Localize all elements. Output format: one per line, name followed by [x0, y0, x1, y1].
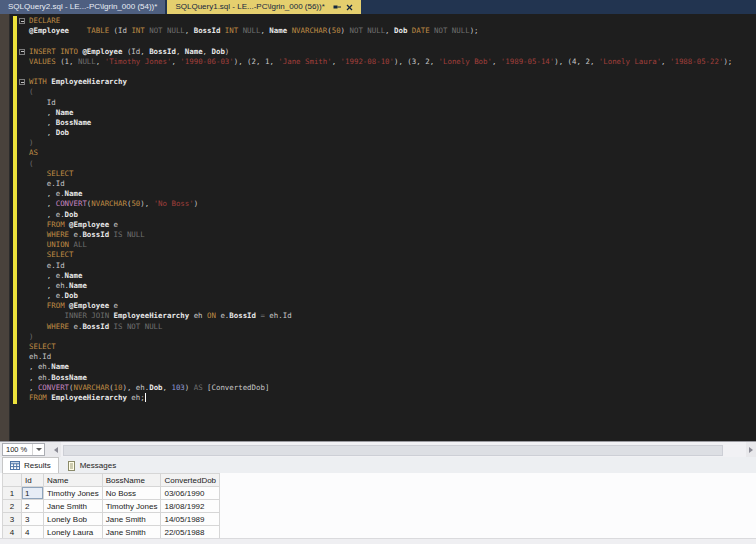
- column-header[interactable]: Name: [44, 474, 103, 487]
- column-header[interactable]: BossName: [102, 474, 161, 487]
- code-line[interactable]: DECLARE: [0, 16, 756, 26]
- code-line[interactable]: FROM EmployeeHierarchy eh;: [0, 393, 756, 403]
- code-line[interactable]: , CONVERT(NVARCHAR(10), eh.Dob, 103) AS …: [0, 383, 756, 393]
- fold-collapse-icon[interactable]: [19, 79, 25, 85]
- table-row: 33Lonely BobJane Smith14/05/1989: [3, 513, 220, 526]
- fold-collapse-icon[interactable]: [19, 18, 25, 24]
- tab-label: Messages: [80, 461, 116, 470]
- grid-cell[interactable]: 1: [22, 487, 44, 500]
- code-line[interactable]: ): [0, 138, 756, 148]
- pin-icon[interactable]: [333, 3, 341, 11]
- code-line[interactable]: FROM @Employee e: [0, 220, 756, 230]
- row-header[interactable]: 1: [3, 487, 22, 500]
- grid-cell[interactable]: 4: [22, 526, 44, 539]
- grid-cell[interactable]: 2: [22, 500, 44, 513]
- tab-sqlquery2[interactable]: SQLQuery2.sql - LE...-PC\lgrin_000 (54))…: [0, 0, 165, 14]
- code-line[interactable]: , eh.Name: [0, 362, 756, 372]
- code-line[interactable]: , eh.BossName: [0, 373, 756, 383]
- pane-bottom-strip: [0, 538, 756, 544]
- column-header[interactable]: ConvertedDob: [161, 474, 220, 487]
- results-grid-area: IdNameBossNameConvertedDob 11Timothy Jon…: [0, 473, 756, 544]
- tab-messages[interactable]: Messages: [59, 457, 124, 473]
- grid-cell[interactable]: Lonely Laura: [44, 526, 103, 539]
- code-line[interactable]: WHERE e.BossId IS NOT NULL: [0, 322, 756, 332]
- code-line[interactable]: [0, 36, 756, 46]
- code-line[interactable]: WITH EmployeeHierarchy: [0, 77, 756, 87]
- code-line[interactable]: WHERE e.BossId IS NULL: [0, 230, 756, 240]
- grid-cell[interactable]: 14/05/1989: [161, 513, 220, 526]
- code-line[interactable]: (: [0, 87, 756, 97]
- close-icon[interactable]: [346, 4, 353, 11]
- code-line[interactable]: INNER JOIN EmployeeHierarchy eh ON e.Bos…: [0, 311, 756, 321]
- code-line[interactable]: , e.Name: [0, 271, 756, 281]
- row-header[interactable]: 3: [3, 513, 22, 526]
- grid-cell[interactable]: Jane Smith: [102, 513, 161, 526]
- grid-cell[interactable]: Timothy Jones: [44, 487, 103, 500]
- code-line[interactable]: , Dob: [0, 128, 756, 138]
- grid-cell[interactable]: Jane Smith: [102, 526, 161, 539]
- code-editor-lines: DECLARE@Employee TABLE (Id INT NOT NULL,…: [0, 16, 756, 403]
- grid-cell[interactable]: 18/08/1992: [161, 500, 220, 513]
- code-line[interactable]: , Name: [0, 108, 756, 118]
- tab-label: SQLQuery2.sql - LE...-PC\lgrin_000 (54))…: [8, 0, 157, 14]
- scrollbar-thumb[interactable]: [63, 445, 723, 456]
- code-line[interactable]: e.Id: [0, 179, 756, 189]
- tab-label: Results: [24, 461, 51, 470]
- code-line[interactable]: , eh.Name: [0, 281, 756, 291]
- results-tab-bar: Results Messages: [0, 457, 756, 473]
- grid-cell[interactable]: Timothy Jones: [102, 500, 161, 513]
- code-line[interactable]: , e.Name: [0, 189, 756, 199]
- grid-cell[interactable]: 22/05/1988: [161, 526, 220, 539]
- code-line[interactable]: (: [0, 159, 756, 169]
- row-header[interactable]: 4: [3, 526, 22, 539]
- code-line[interactable]: SELECT: [0, 169, 756, 179]
- grid-cell[interactable]: 03/06/1990: [161, 487, 220, 500]
- grid-header-row: IdNameBossNameConvertedDob: [3, 474, 220, 487]
- row-header[interactable]: 2: [3, 500, 22, 513]
- grid-cell[interactable]: 3: [22, 513, 44, 526]
- code-line[interactable]: [0, 67, 756, 77]
- column-header[interactable]: Id: [22, 474, 44, 487]
- code-line[interactable]: SELECT: [0, 250, 756, 260]
- editor-bottom-bar: 100 %: [0, 441, 756, 457]
- results-grid-icon: [10, 461, 20, 470]
- code-line[interactable]: AS: [0, 148, 756, 158]
- code-line[interactable]: FROM @Employee e: [0, 301, 756, 311]
- document-tab-strip: SQLQuery2.sql - LE...-PC\lgrin_000 (54))…: [0, 0, 756, 14]
- fold-collapse-icon[interactable]: [19, 49, 25, 55]
- grid-cell[interactable]: Jane Smith: [44, 500, 103, 513]
- tab-label: SQLQuery1.sql - LE...-PC\lgrin_000 (56))…: [175, 0, 324, 14]
- horizontal-scrollbar[interactable]: [51, 442, 756, 457]
- sql-editor[interactable]: DECLARE@Employee TABLE (Id INT NOT NULL,…: [0, 14, 756, 441]
- tab-sqlquery1[interactable]: SQLQuery1.sql - LE...-PC\lgrin_000 (56))…: [167, 0, 360, 14]
- code-line[interactable]: eh.Id: [0, 352, 756, 362]
- table-row: 44Lonely LauraJane Smith22/05/1988: [3, 526, 220, 539]
- code-line[interactable]: @Employee TABLE (Id INT NOT NULL, BossId…: [0, 26, 756, 36]
- messages-icon: [67, 461, 76, 471]
- tab-results[interactable]: Results: [2, 457, 59, 473]
- code-line[interactable]: , CONVERT(NVARCHAR(50), 'No Boss'): [0, 199, 756, 209]
- code-line[interactable]: SELECT: [0, 342, 756, 352]
- zoom-level-combo[interactable]: 100 %: [2, 443, 45, 456]
- scroll-right-icon[interactable]: [746, 442, 756, 457]
- scrollbar-track[interactable]: [61, 442, 746, 457]
- chevron-down-icon[interactable]: [32, 444, 44, 455]
- code-line[interactable]: Id: [0, 98, 756, 108]
- code-line[interactable]: , e.Dob: [0, 210, 756, 220]
- code-line[interactable]: , BossName: [0, 118, 756, 128]
- code-line[interactable]: ): [0, 332, 756, 342]
- code-line[interactable]: e.Id: [0, 261, 756, 271]
- code-line[interactable]: VALUES (1, NULL, 'Timothy Jones', '1990-…: [0, 57, 756, 67]
- table-row: 22Jane SmithTimothy Jones18/08/1992: [3, 500, 220, 513]
- code-line[interactable]: , e.Dob: [0, 291, 756, 301]
- table-row: 11Timothy JonesNo Boss03/06/1990: [3, 487, 220, 500]
- code-line[interactable]: INSERT INTO @Employee (Id, BossId, Name,…: [0, 47, 756, 57]
- grid-cell[interactable]: No Boss: [102, 487, 161, 500]
- zoom-level-value: 100 %: [6, 445, 32, 454]
- code-line[interactable]: UNION ALL: [0, 240, 756, 250]
- scroll-left-icon[interactable]: [51, 442, 61, 457]
- grid-corner-cell[interactable]: [3, 474, 22, 487]
- results-pane: Results Messages IdNameBossNameConverted…: [0, 457, 756, 544]
- grid-cell[interactable]: Lonely Bob: [44, 513, 103, 526]
- grid-body: 11Timothy JonesNo Boss03/06/199022Jane S…: [3, 487, 220, 539]
